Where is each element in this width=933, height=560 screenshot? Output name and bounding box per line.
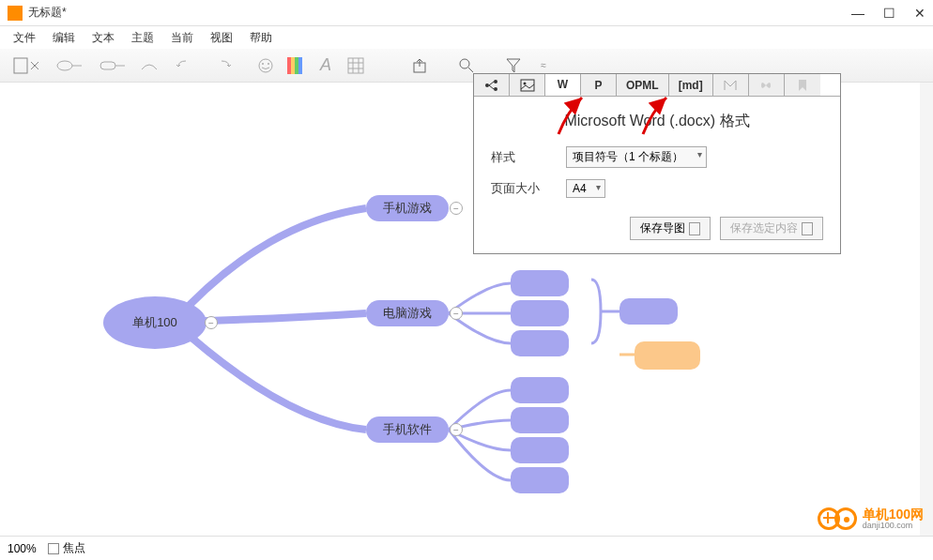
tab-label: [md] bbox=[679, 79, 703, 92]
export-tab-word[interactable]: W bbox=[545, 74, 581, 96]
statusbar: 100% 焦点 bbox=[0, 536, 933, 560]
menu-edit[interactable]: 编辑 bbox=[45, 28, 83, 48]
zoom-level[interactable]: 100% bbox=[8, 542, 37, 555]
close-button[interactable]: ✕ bbox=[914, 6, 925, 21]
export-panel: W P OPML [md] Microsoft Word (.docx) 格式 … bbox=[473, 73, 841, 254]
export-tab-markdown[interactable]: [md] bbox=[669, 74, 713, 96]
collapse-toggle[interactable]: − bbox=[205, 316, 218, 329]
checkbox-icon bbox=[48, 543, 59, 554]
mindmap-root[interactable]: 单机100 bbox=[103, 296, 206, 349]
svg-rect-10 bbox=[295, 57, 298, 74]
mindmap-leaf[interactable] bbox=[511, 377, 569, 403]
export-tab-mindmap[interactable] bbox=[474, 74, 510, 96]
tab-label: P bbox=[594, 79, 602, 92]
link-icon[interactable] bbox=[137, 53, 161, 78]
share-icon[interactable] bbox=[407, 53, 432, 78]
svg-point-26 bbox=[523, 82, 526, 84]
focus-toggle[interactable]: 焦点 bbox=[48, 540, 85, 556]
collapse-toggle[interactable]: − bbox=[450, 202, 463, 215]
pagesize-select[interactable]: A4 bbox=[566, 179, 605, 198]
menu-text[interactable]: 文本 bbox=[84, 28, 122, 48]
smiley-icon[interactable] bbox=[253, 53, 278, 78]
style-label: 样式 bbox=[491, 149, 547, 166]
menu-file[interactable]: 文件 bbox=[6, 28, 43, 48]
svg-point-20 bbox=[485, 83, 489, 87]
collapse-toggle[interactable]: − bbox=[450, 307, 463, 320]
mindmap-leaf[interactable] bbox=[511, 300, 569, 326]
style-select[interactable]: 项目符号（1 个标题） bbox=[566, 146, 707, 168]
tab-label: OPML bbox=[626, 79, 659, 92]
node-label: 手机游戏 bbox=[383, 200, 432, 217]
menu-view[interactable]: 视图 bbox=[203, 28, 240, 48]
svg-rect-9 bbox=[291, 57, 295, 74]
mindmap-leaf[interactable] bbox=[511, 407, 569, 433]
save-selected-button[interactable]: 保存选定内容 bbox=[720, 217, 823, 240]
svg-rect-11 bbox=[298, 57, 302, 74]
watermark-url: danji100.com bbox=[863, 521, 924, 530]
svg-line-24 bbox=[489, 85, 494, 89]
export-title: Microsoft Word (.docx) 格式 bbox=[491, 112, 823, 131]
redo-icon[interactable] bbox=[210, 53, 248, 78]
subnode-icon[interactable] bbox=[94, 53, 131, 78]
svg-rect-0 bbox=[14, 58, 27, 73]
collapse-toggle[interactable]: − bbox=[450, 423, 463, 436]
svg-rect-8 bbox=[287, 57, 291, 74]
export-tab-bookmark[interactable] bbox=[785, 74, 820, 96]
export-tab-m[interactable] bbox=[713, 74, 749, 96]
svg-point-6 bbox=[262, 63, 264, 65]
new-document-icon[interactable] bbox=[8, 53, 45, 78]
menu-theme[interactable]: 主题 bbox=[124, 28, 161, 48]
export-tab-powerpoint[interactable]: P bbox=[581, 74, 617, 96]
menu-current[interactable]: 当前 bbox=[163, 28, 201, 48]
svg-point-21 bbox=[494, 80, 497, 83]
node-label: 电脑游戏 bbox=[383, 305, 432, 322]
export-tab-opml[interactable]: OPML bbox=[617, 74, 669, 96]
save-map-button[interactable]: 保存导图 bbox=[630, 217, 711, 240]
titlebar: 无标题* — ☐ ✕ bbox=[0, 0, 933, 26]
svg-point-1 bbox=[57, 61, 72, 70]
mindmap-leaf[interactable] bbox=[511, 437, 569, 463]
font-icon[interactable]: A bbox=[314, 53, 338, 78]
svg-line-19 bbox=[468, 68, 473, 72]
window-controls: — ☐ ✕ bbox=[851, 6, 925, 21]
window-title: 无标题* bbox=[28, 5, 851, 21]
mindmap-node-2[interactable]: 电脑游戏 bbox=[366, 300, 449, 326]
export-tab-image[interactable] bbox=[510, 74, 545, 96]
export-tab-butterfly[interactable] bbox=[749, 74, 785, 96]
vertical-scrollbar[interactable] bbox=[920, 83, 933, 536]
mindmap-highlight-node[interactable] bbox=[635, 341, 700, 370]
node-label: 手机软件 bbox=[383, 421, 432, 438]
menubar: 文件 编辑 文本 主题 当前 视图 帮助 bbox=[0, 26, 933, 49]
color-picker-icon[interactable] bbox=[283, 53, 308, 78]
svg-rect-25 bbox=[521, 80, 534, 91]
tab-label: W bbox=[558, 78, 568, 91]
minimize-button[interactable]: — bbox=[851, 6, 864, 21]
svg-rect-3 bbox=[100, 62, 115, 69]
watermark: 单机100网 danji100.com bbox=[818, 507, 924, 530]
mindmap-leaf[interactable] bbox=[511, 330, 569, 356]
menu-help[interactable]: 帮助 bbox=[242, 28, 280, 48]
mindmap-node-3[interactable]: 手机软件 bbox=[366, 416, 449, 443]
svg-point-18 bbox=[460, 59, 469, 68]
svg-point-7 bbox=[268, 63, 269, 65]
export-body: Microsoft Word (.docx) 格式 样式 项目符号（1 个标题）… bbox=[474, 97, 840, 253]
node-icon[interactable] bbox=[51, 53, 88, 78]
export-tabs: W P OPML [md] bbox=[474, 74, 840, 97]
svg-rect-12 bbox=[348, 58, 363, 73]
mindmap-node-1[interactable]: 手机游戏 bbox=[366, 195, 449, 221]
mindmap-leaf[interactable] bbox=[511, 270, 569, 296]
maximize-button[interactable]: ☐ bbox=[883, 6, 895, 21]
grid-icon[interactable] bbox=[344, 53, 368, 78]
svg-point-5 bbox=[259, 59, 272, 72]
watermark-brand: 单机100网 bbox=[863, 507, 924, 521]
app-icon bbox=[8, 6, 23, 21]
document-icon bbox=[689, 222, 700, 235]
mindmap-leaf[interactable] bbox=[511, 467, 569, 493]
node-label: 单机100 bbox=[132, 314, 177, 331]
svg-point-22 bbox=[494, 87, 497, 91]
svg-line-23 bbox=[489, 82, 494, 85]
document-icon bbox=[802, 222, 813, 235]
mindmap-summary-node[interactable] bbox=[619, 298, 678, 325]
watermark-logo-icon bbox=[818, 507, 857, 530]
undo-icon[interactable] bbox=[167, 53, 205, 78]
